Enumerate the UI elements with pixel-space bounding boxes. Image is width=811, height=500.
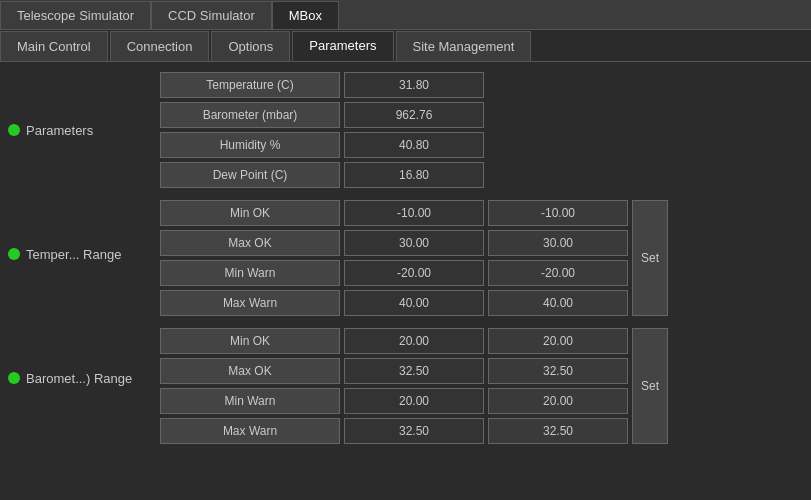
temperature-section-label: Temper... Range: [0, 245, 127, 264]
baro-set-button[interactable]: Set: [632, 328, 668, 444]
baro-range-label-3: Max Warn: [160, 418, 340, 444]
baro-range-value-3: 32.50: [344, 418, 484, 444]
spacer1: [0, 188, 160, 196]
barometer-range-rows: Min OK 20.00 Max OK 32.50 Min Warn 20.00: [160, 328, 787, 444]
temperature-label: Temper... Range: [26, 247, 121, 262]
parameters-status-dot: [8, 124, 20, 136]
param-row-barometer: Barometer (mbar) 962.76: [160, 102, 787, 128]
baro-range-row-0: Min OK 20.00: [160, 328, 787, 354]
temp-range-row-2: Min Warn -20.00: [160, 260, 787, 286]
baro-range-value-2: 20.00: [344, 388, 484, 414]
param-row-humidity: Humidity % 40.80: [160, 132, 787, 158]
temp-range-label-1: Max OK: [160, 230, 340, 256]
param-value-humidity: 40.80: [344, 132, 484, 158]
baro-range-value-1: 32.50: [344, 358, 484, 384]
baro-range-input-1[interactable]: [488, 358, 628, 384]
baro-range-label-1: Max OK: [160, 358, 340, 384]
temp-range-label-0: Min OK: [160, 200, 340, 226]
labels-column: Parameters Temper... Range Baromet...) R…: [0, 62, 160, 458]
spacer2: [0, 312, 160, 320]
param-row-dewpoint: Dew Point (C) 16.80: [160, 162, 787, 188]
param-label-barometer: Barometer (mbar): [160, 102, 340, 128]
baro-range-input-2[interactable]: [488, 388, 628, 414]
temp-range-value-2: -20.00: [344, 260, 484, 286]
tab-site-management[interactable]: Site Management: [396, 31, 532, 61]
baro-range-label-2: Min Warn: [160, 388, 340, 414]
temp-range-input-1[interactable]: [488, 230, 628, 256]
baro-range-row-2: Min Warn 20.00: [160, 388, 787, 414]
barometer-label-block: Baromet...) Range: [0, 320, 160, 436]
temp-range-value-1: 30.00: [344, 230, 484, 256]
barometer-status-dot: [8, 372, 20, 384]
tab-options[interactable]: Options: [211, 31, 290, 61]
parameters-rows: Temperature (C) 31.80 Barometer (mbar) 9…: [160, 72, 787, 188]
barometer-label: Baromet...) Range: [26, 371, 132, 386]
tab-parameters[interactable]: Parameters: [292, 31, 393, 61]
app-tab-telescope[interactable]: Telescope Simulator: [0, 1, 151, 29]
app-tab-mbox[interactable]: MBox: [272, 1, 339, 29]
temp-range-row-1: Max OK 30.00: [160, 230, 787, 256]
temp-set-button[interactable]: Set: [632, 200, 668, 316]
scroll-content: Parameters Temper... Range Baromet...) R…: [0, 62, 811, 500]
temperature-label-block: Temper... Range: [0, 196, 160, 312]
baro-range-input-3[interactable]: [488, 418, 628, 444]
main-layout: Parameters Temper... Range Baromet...) R…: [0, 62, 811, 458]
param-value-temperature: 31.80: [344, 72, 484, 98]
temp-range-label-2: Min Warn: [160, 260, 340, 286]
param-label-humidity: Humidity %: [160, 132, 340, 158]
param-value-dewpoint: 16.80: [344, 162, 484, 188]
temp-range-label-3: Max Warn: [160, 290, 340, 316]
temp-range-value-3: 40.00: [344, 290, 484, 316]
param-label-temperature: Temperature (C): [160, 72, 340, 98]
temp-range-row-3: Max Warn 40.00 Set: [160, 290, 787, 316]
baro-range-row-3: Max Warn 32.50 Set: [160, 418, 787, 444]
baro-range-label-0: Min OK: [160, 328, 340, 354]
temperature-range-rows: Min OK -10.00 Max OK 30.00 Min Warn -20.…: [160, 200, 787, 316]
temp-range-value-0: -10.00: [344, 200, 484, 226]
app-tab-ccd[interactable]: CCD Simulator: [151, 1, 272, 29]
scrollbar-space: [797, 62, 811, 458]
sub-tab-bar: Main Control Connection Options Paramete…: [0, 30, 811, 62]
parameters-label-block: Parameters: [0, 72, 160, 188]
app-tab-bar: Telescope Simulator CCD Simulator MBox: [0, 0, 811, 30]
baro-range-row-1: Max OK 32.50: [160, 358, 787, 384]
param-value-barometer: 962.76: [344, 102, 484, 128]
param-row-temperature: Temperature (C) 31.80: [160, 72, 787, 98]
temp-range-input-0[interactable]: [488, 200, 628, 226]
tab-connection[interactable]: Connection: [110, 31, 210, 61]
temp-range-input-2[interactable]: [488, 260, 628, 286]
spacer-b: [160, 320, 787, 328]
forms-column: Temperature (C) 31.80 Barometer (mbar) 9…: [160, 62, 797, 458]
baro-range-input-0[interactable]: [488, 328, 628, 354]
temp-range-input-3[interactable]: [488, 290, 628, 316]
tab-main-control[interactable]: Main Control: [0, 31, 108, 61]
temp-range-row-0: Min OK -10.00: [160, 200, 787, 226]
temperature-status-dot: [8, 248, 20, 260]
parameters-section-label: Parameters: [0, 121, 99, 140]
baro-range-value-0: 20.00: [344, 328, 484, 354]
spacer-a: [160, 192, 787, 200]
parameters-label: Parameters: [26, 123, 93, 138]
param-label-dewpoint: Dew Point (C): [160, 162, 340, 188]
barometer-section-label: Baromet...) Range: [0, 369, 138, 388]
